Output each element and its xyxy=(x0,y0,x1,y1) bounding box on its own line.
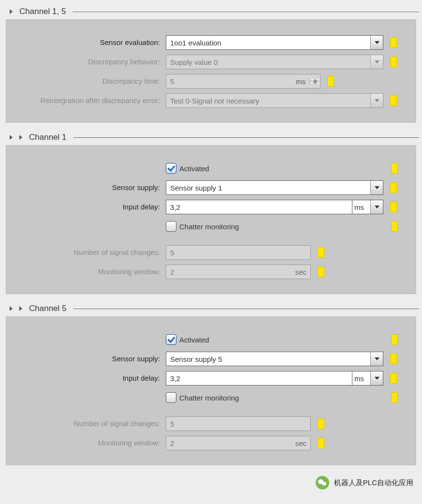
row-sensor-evaluation: Sensor evaluation: 1oo1 evaluation xyxy=(16,34,406,51)
dropdown-value: 3,2 xyxy=(166,374,352,383)
discrepancy-time-spinner: 5 ms xyxy=(166,74,320,89)
section-channel-1-5: Channel 1, 5 Sensor evaluation: 1oo1 eva… xyxy=(0,5,422,123)
sensor-supply-dropdown[interactable]: Sensor supply 5 xyxy=(166,352,383,366)
input-delay-value-dropdown[interactable]: 3,2 xyxy=(166,200,352,214)
row-activated: Activated xyxy=(16,160,406,177)
monitoring-window-field: 2 sec xyxy=(166,436,311,450)
row-number-signal-changes: Number of signal changes: 5 xyxy=(16,415,406,432)
section-body: Activated Sensor supply: Sensor supply 1… xyxy=(6,145,416,294)
change-flag-icon xyxy=(391,221,398,232)
dropdown-value: Sensor supply 5 xyxy=(166,355,370,363)
chevron-down-icon[interactable] xyxy=(370,371,383,385)
section-title: Channel 5 xyxy=(29,304,67,313)
spinner-buttons xyxy=(309,79,320,84)
change-flag-icon xyxy=(390,57,397,67)
change-flag-icon xyxy=(318,247,324,258)
chevron-down-icon[interactable] xyxy=(370,36,383,49)
section-body: Activated Sensor supply: Sensor supply 5… xyxy=(6,316,416,465)
spinner-value: 5 xyxy=(166,77,292,86)
sensor-supply-dropdown[interactable]: Sensor supply 1 xyxy=(166,180,383,195)
input-delay-unit-dropdown[interactable]: ms xyxy=(352,371,383,385)
expand-icon xyxy=(10,135,13,140)
expand-icon xyxy=(10,306,13,311)
label: Monitoring window: xyxy=(16,439,166,447)
chevron-down-icon xyxy=(370,55,383,69)
label: Number of signal changes: xyxy=(16,420,166,428)
row-sensor-supply: Sensor supply: Sensor supply 1 xyxy=(16,179,406,196)
label: Discrepancy time: xyxy=(16,77,166,86)
activated-checkbox[interactable] xyxy=(166,163,176,174)
row-chatter-monitoring: Chatter monitoring xyxy=(16,218,406,235)
label: Input delay: xyxy=(16,374,166,383)
input-delay-unit-dropdown[interactable]: ms xyxy=(352,200,383,214)
field-unit: sec xyxy=(291,268,306,276)
watermark-text: 机器人及PLC自动化应用 xyxy=(334,478,413,488)
row-monitoring-window: Monitoring window: 2 sec xyxy=(16,264,406,280)
row-sensor-supply: Sensor supply: Sensor supply 5 xyxy=(16,351,406,367)
rule xyxy=(73,12,419,12)
row-input-delay: Input delay: 3,2 ms xyxy=(16,370,406,386)
field-value: 2 xyxy=(170,439,174,447)
chatter-monitoring-checkbox[interactable] xyxy=(166,392,176,403)
change-flag-icon xyxy=(391,392,398,403)
dropdown-value: Test 0-Signal not necessary xyxy=(166,97,370,105)
section-title: Channel 1, 5 xyxy=(19,7,66,16)
label: Input delay: xyxy=(16,203,166,211)
change-flag-icon xyxy=(318,418,324,429)
dropdown-value: Sensor supply 1 xyxy=(166,184,370,192)
row-discrepancy-behavior: Discrepancy behavior: Supply value 0 xyxy=(16,54,406,70)
change-flag-icon xyxy=(390,202,397,212)
signal-changes-field: 5 xyxy=(166,245,311,260)
change-flag-icon xyxy=(390,37,397,48)
checkbox-label: Chatter monitoring xyxy=(179,222,239,231)
monitoring-window-field: 2 sec xyxy=(166,265,311,279)
checkbox-label: Activated xyxy=(179,164,209,173)
section-channel-1: Channel 1 Activated Sensor supply: Senso… xyxy=(0,131,422,294)
chevron-down-icon[interactable] xyxy=(370,181,383,194)
dropdown-value: 1oo1 evaluation xyxy=(166,39,370,47)
section-channel-5: Channel 5 Activated Sensor supply: Senso… xyxy=(0,302,422,465)
field-unit: sec xyxy=(291,439,306,447)
label: Sensor evaluation: xyxy=(16,39,166,47)
row-discrepancy-time: Discrepancy time: 5 ms xyxy=(16,73,406,89)
reintegration-dropdown: Test 0-Signal not necessary xyxy=(166,93,383,108)
label: Monitoring window: xyxy=(16,268,166,276)
field-value: 5 xyxy=(170,249,174,257)
change-flag-icon xyxy=(391,334,398,345)
label: Sensor supply: xyxy=(16,355,166,363)
section-title: Channel 1 xyxy=(29,133,67,142)
change-flag-icon xyxy=(318,267,324,277)
signal-changes-field: 5 xyxy=(166,416,311,431)
row-number-signal-changes: Number of signal changes: 5 xyxy=(16,244,406,261)
dropdown-value: 3,2 xyxy=(166,203,352,211)
sensor-evaluation-dropdown[interactable]: 1oo1 evaluation xyxy=(166,35,383,50)
section-header[interactable]: Channel 5 xyxy=(0,302,422,316)
change-flag-icon xyxy=(390,95,397,106)
chatter-monitoring-checkbox[interactable] xyxy=(166,221,176,232)
checkbox-label: Chatter monitoring xyxy=(179,394,239,402)
label: Discrepancy behavior: xyxy=(16,58,166,66)
change-flag-icon xyxy=(318,438,324,448)
section-header[interactable]: Channel 1 xyxy=(0,131,422,145)
input-delay-value-dropdown[interactable]: 3,2 xyxy=(166,371,352,385)
chevron-down-icon xyxy=(370,94,383,107)
change-flag-icon xyxy=(390,354,397,364)
wechat-icon xyxy=(316,476,329,489)
change-flag-icon xyxy=(390,373,397,384)
change-flag-icon xyxy=(391,163,398,174)
row-input-delay: Input delay: 3,2 ms xyxy=(16,199,406,215)
change-flag-icon xyxy=(327,76,334,87)
section-header[interactable]: Channel 1, 5 xyxy=(0,5,422,19)
expand-icon xyxy=(19,135,22,140)
dropdown-value: ms xyxy=(352,203,370,211)
activated-checkbox[interactable] xyxy=(166,334,176,345)
row-activated: Activated xyxy=(16,331,406,348)
chevron-down-icon[interactable] xyxy=(370,352,383,366)
label: Sensor supply: xyxy=(16,184,166,192)
label: Reintegration after discrepancy error: xyxy=(16,96,166,104)
label: Number of signal changes: xyxy=(16,249,166,257)
field-value: 2 xyxy=(170,268,174,276)
checkbox-label: Activated xyxy=(179,336,209,344)
chevron-down-icon[interactable] xyxy=(370,200,383,214)
spinner-unit: ms xyxy=(292,77,309,86)
